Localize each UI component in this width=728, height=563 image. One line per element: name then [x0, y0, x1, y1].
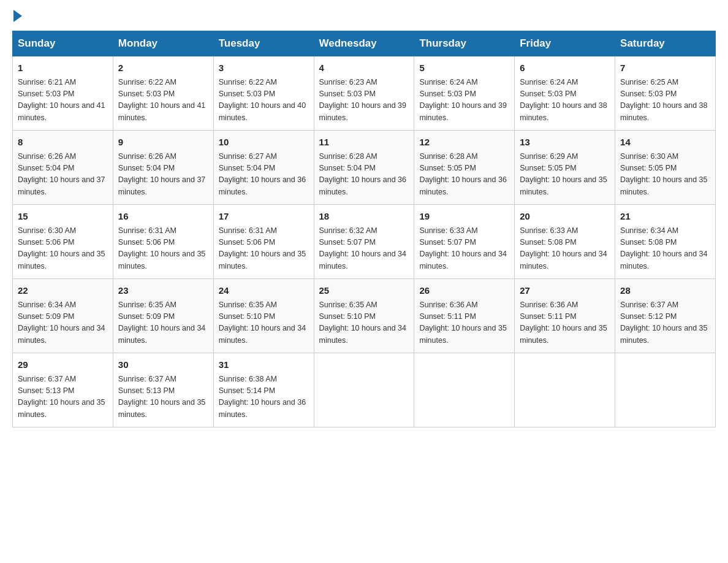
calendar-day-cell: 23Sunrise: 6:35 AMSunset: 5:09 PMDayligh…: [113, 279, 213, 353]
calendar-day-cell: [314, 353, 414, 427]
day-number: 17: [219, 210, 309, 224]
calendar-day-cell: 15Sunrise: 6:30 AMSunset: 5:06 PMDayligh…: [13, 205, 113, 279]
calendar-day-cell: 19Sunrise: 6:33 AMSunset: 5:07 PMDayligh…: [414, 205, 515, 279]
day-number: 3: [219, 61, 309, 75]
day-number: 30: [118, 358, 208, 372]
calendar-day-cell: 5Sunrise: 6:24 AMSunset: 5:03 PMDaylight…: [414, 56, 515, 131]
day-info: Sunrise: 6:23 AMSunset: 5:03 PMDaylight:…: [319, 77, 409, 124]
calendar-day-cell: 17Sunrise: 6:31 AMSunset: 5:06 PMDayligh…: [213, 205, 314, 279]
calendar-day-cell: 18Sunrise: 6:32 AMSunset: 5:07 PMDayligh…: [314, 205, 414, 279]
calendar-day-cell: 29Sunrise: 6:37 AMSunset: 5:13 PMDayligh…: [13, 353, 113, 427]
calendar-day-cell: 28Sunrise: 6:37 AMSunset: 5:12 PMDayligh…: [615, 279, 716, 353]
weekday-header-saturday: Saturday: [615, 31, 716, 56]
day-info: Sunrise: 6:35 AMSunset: 5:10 PMDaylight:…: [319, 299, 409, 347]
day-info: Sunrise: 6:33 AMSunset: 5:07 PMDaylight:…: [419, 225, 509, 273]
day-info: Sunrise: 6:22 AMSunset: 5:03 PMDaylight:…: [219, 77, 309, 124]
day-info: Sunrise: 6:35 AMSunset: 5:09 PMDaylight:…: [118, 299, 208, 347]
day-number: 28: [620, 284, 710, 298]
calendar-day-cell: [615, 353, 716, 427]
calendar-day-cell: 27Sunrise: 6:36 AMSunset: 5:11 PMDayligh…: [515, 279, 615, 353]
weekday-header-tuesday: Tuesday: [213, 31, 314, 56]
day-number: 21: [620, 210, 710, 224]
day-info: Sunrise: 6:24 AMSunset: 5:03 PMDaylight:…: [419, 77, 509, 124]
day-info: Sunrise: 6:21 AMSunset: 5:03 PMDaylight:…: [18, 77, 108, 124]
day-info: Sunrise: 6:24 AMSunset: 5:03 PMDaylight:…: [520, 77, 610, 124]
calendar-day-cell: 24Sunrise: 6:35 AMSunset: 5:10 PMDayligh…: [213, 279, 314, 353]
day-info: Sunrise: 6:36 AMSunset: 5:11 PMDaylight:…: [520, 299, 610, 347]
logo: [12, 12, 22, 18]
day-info: Sunrise: 6:28 AMSunset: 5:05 PMDaylight:…: [419, 151, 509, 199]
day-info: Sunrise: 6:37 AMSunset: 5:13 PMDaylight:…: [18, 373, 108, 421]
logo-triangle-icon: [13, 10, 22, 22]
calendar-day-cell: 6Sunrise: 6:24 AMSunset: 5:03 PMDaylight…: [515, 56, 615, 131]
calendar-day-cell: [515, 353, 615, 427]
day-info: Sunrise: 6:36 AMSunset: 5:11 PMDaylight:…: [419, 299, 509, 347]
day-info: Sunrise: 6:30 AMSunset: 5:05 PMDaylight:…: [620, 151, 710, 199]
day-number: 24: [219, 284, 309, 298]
calendar-day-cell: 16Sunrise: 6:31 AMSunset: 5:06 PMDayligh…: [113, 205, 213, 279]
day-info: Sunrise: 6:30 AMSunset: 5:06 PMDaylight:…: [18, 225, 108, 273]
calendar-day-cell: 2Sunrise: 6:22 AMSunset: 5:03 PMDaylight…: [113, 56, 213, 131]
calendar-day-cell: 25Sunrise: 6:35 AMSunset: 5:10 PMDayligh…: [314, 279, 414, 353]
day-number: 25: [319, 284, 409, 298]
day-number: 29: [18, 358, 108, 372]
day-info: Sunrise: 6:27 AMSunset: 5:04 PMDaylight:…: [219, 151, 309, 199]
calendar-week-row: 8Sunrise: 6:26 AMSunset: 5:04 PMDaylight…: [13, 131, 716, 205]
day-number: 18: [319, 210, 409, 224]
day-info: Sunrise: 6:26 AMSunset: 5:04 PMDaylight:…: [18, 151, 108, 199]
calendar-day-cell: 20Sunrise: 6:33 AMSunset: 5:08 PMDayligh…: [515, 205, 615, 279]
day-number: 5: [419, 61, 509, 75]
day-number: 23: [118, 284, 208, 298]
calendar-week-row: 1Sunrise: 6:21 AMSunset: 5:03 PMDaylight…: [13, 56, 716, 131]
day-number: 7: [620, 61, 710, 75]
weekday-header-wednesday: Wednesday: [314, 31, 414, 56]
day-number: 19: [419, 210, 509, 224]
calendar-week-row: 22Sunrise: 6:34 AMSunset: 5:09 PMDayligh…: [13, 279, 716, 353]
day-info: Sunrise: 6:26 AMSunset: 5:04 PMDaylight:…: [118, 151, 208, 199]
calendar-day-cell: 30Sunrise: 6:37 AMSunset: 5:13 PMDayligh…: [113, 353, 213, 427]
day-info: Sunrise: 6:25 AMSunset: 5:03 PMDaylight:…: [620, 77, 710, 124]
calendar-day-cell: [414, 353, 515, 427]
day-info: Sunrise: 6:37 AMSunset: 5:12 PMDaylight:…: [620, 299, 710, 347]
day-number: 11: [319, 136, 409, 150]
calendar-day-cell: 21Sunrise: 6:34 AMSunset: 5:08 PMDayligh…: [615, 205, 716, 279]
day-number: 10: [219, 136, 309, 150]
calendar-day-cell: 12Sunrise: 6:28 AMSunset: 5:05 PMDayligh…: [414, 131, 515, 205]
calendar-day-cell: 13Sunrise: 6:29 AMSunset: 5:05 PMDayligh…: [515, 131, 615, 205]
weekday-header-friday: Friday: [515, 31, 615, 56]
day-info: Sunrise: 6:29 AMSunset: 5:05 PMDaylight:…: [520, 151, 610, 199]
day-number: 9: [118, 136, 208, 150]
day-number: 22: [18, 284, 108, 298]
day-info: Sunrise: 6:34 AMSunset: 5:08 PMDaylight:…: [620, 225, 710, 273]
day-number: 27: [520, 284, 610, 298]
day-info: Sunrise: 6:28 AMSunset: 5:04 PMDaylight:…: [319, 151, 409, 199]
day-info: Sunrise: 6:33 AMSunset: 5:08 PMDaylight:…: [520, 225, 610, 273]
page-header: [12, 12, 716, 18]
weekday-header-sunday: Sunday: [13, 31, 113, 56]
weekday-header-thursday: Thursday: [414, 31, 515, 56]
day-number: 16: [118, 210, 208, 224]
weekday-header-monday: Monday: [113, 31, 213, 56]
day-info: Sunrise: 6:22 AMSunset: 5:03 PMDaylight:…: [118, 77, 208, 124]
weekday-header-row: SundayMondayTuesdayWednesdayThursdayFrid…: [13, 31, 716, 56]
day-number: 8: [18, 136, 108, 150]
day-number: 13: [520, 136, 610, 150]
day-number: 26: [419, 284, 509, 298]
calendar-day-cell: 9Sunrise: 6:26 AMSunset: 5:04 PMDaylight…: [113, 131, 213, 205]
calendar-day-cell: 10Sunrise: 6:27 AMSunset: 5:04 PMDayligh…: [213, 131, 314, 205]
day-number: 20: [520, 210, 610, 224]
day-number: 6: [520, 61, 610, 75]
day-number: 15: [18, 210, 108, 224]
day-info: Sunrise: 6:32 AMSunset: 5:07 PMDaylight:…: [319, 225, 409, 273]
calendar-day-cell: 11Sunrise: 6:28 AMSunset: 5:04 PMDayligh…: [314, 131, 414, 205]
calendar-day-cell: 22Sunrise: 6:34 AMSunset: 5:09 PMDayligh…: [13, 279, 113, 353]
day-number: 14: [620, 136, 710, 150]
calendar-day-cell: 14Sunrise: 6:30 AMSunset: 5:05 PMDayligh…: [615, 131, 716, 205]
day-info: Sunrise: 6:38 AMSunset: 5:14 PMDaylight:…: [219, 373, 309, 421]
day-info: Sunrise: 6:37 AMSunset: 5:13 PMDaylight:…: [118, 373, 208, 421]
day-number: 2: [118, 61, 208, 75]
calendar-day-cell: 4Sunrise: 6:23 AMSunset: 5:03 PMDaylight…: [314, 56, 414, 131]
calendar-day-cell: 26Sunrise: 6:36 AMSunset: 5:11 PMDayligh…: [414, 279, 515, 353]
day-number: 31: [219, 358, 309, 372]
calendar-day-cell: 31Sunrise: 6:38 AMSunset: 5:14 PMDayligh…: [213, 353, 314, 427]
